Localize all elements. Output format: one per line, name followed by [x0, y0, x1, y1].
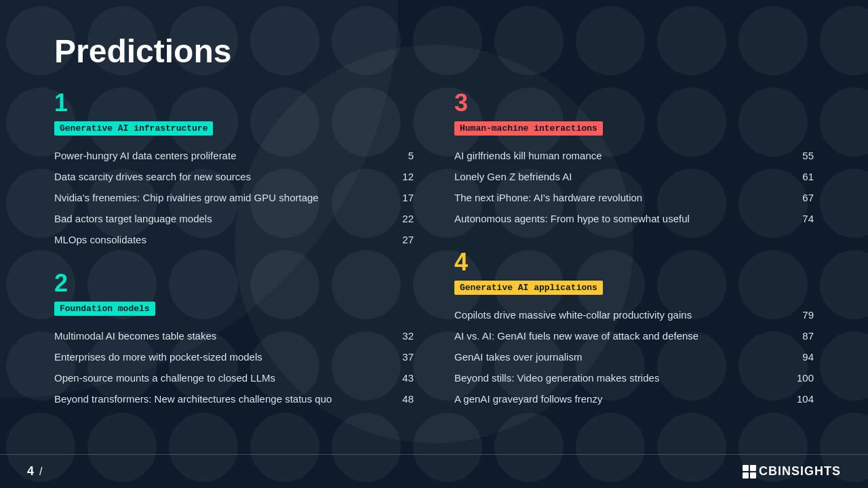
item-page: 104: [793, 392, 814, 406]
item-label: AI vs. AI: GenAI fuels new wave of attac…: [454, 329, 793, 343]
section-badge-4: Generative AI applications: [454, 281, 603, 295]
list-item: Nvidia's frenemies: Chip rivalries grow …: [54, 187, 414, 208]
section-number-2: 2: [54, 269, 414, 298]
list-item: Enterprises do more with pocket-sized mo…: [54, 346, 414, 367]
cbinsights-logo: CBINSIGHTS: [743, 464, 841, 479]
section-3: 3 Human-machine interactions AI girlfrie…: [454, 89, 814, 229]
page-number: 4: [27, 464, 34, 479]
logo-square-2: [750, 465, 756, 471]
item-label: Bad actors target language models: [54, 211, 393, 226]
list-item: MLOps consolidates 27: [54, 229, 414, 250]
logo-text: CBINSIGHTS: [759, 464, 841, 479]
section-2-items: Multimodal AI becomes table stakes 32 En…: [54, 325, 414, 409]
list-item: A genAI graveyard follows frenzy 104: [454, 388, 814, 409]
item-page: 27: [393, 232, 414, 247]
section-badge-1: Generative AI infrastructure: [54, 121, 213, 136]
list-item: The next iPhone: AI's hardware revolutio…: [454, 187, 814, 208]
list-item: Beyond stills: Video generation makes st…: [454, 367, 814, 388]
list-item: Open-source mounts a challenge to closed…: [54, 367, 414, 388]
item-label: Open-source mounts a challenge to closed…: [54, 371, 393, 385]
item-page: 12: [393, 169, 414, 184]
item-page: 17: [393, 190, 414, 205]
item-label: Copilots drive massive white-collar prod…: [454, 308, 793, 322]
section-number-4: 4: [454, 248, 814, 277]
item-label: Beyond stills: Video generation makes st…: [454, 371, 793, 385]
list-item: AI vs. AI: GenAI fuels new wave of attac…: [454, 325, 814, 346]
logo-square-3: [743, 472, 749, 479]
item-page: 87: [793, 329, 814, 343]
item-page: 79: [793, 308, 814, 322]
footer-page-info: 4 /: [27, 464, 42, 479]
section-badge-3: Human-machine interactions: [454, 121, 603, 136]
list-item: Beyond transformers: New architectures c…: [54, 388, 414, 409]
section-number-3: 3: [454, 89, 814, 117]
right-column: 3 Human-machine interactions AI girlfrie…: [454, 89, 814, 441]
item-label: Nvidia's frenemies: Chip rivalries grow …: [54, 190, 393, 205]
item-label: Beyond transformers: New architectures c…: [54, 392, 393, 406]
item-page: 61: [793, 169, 814, 184]
logo-box: CBINSIGHTS: [743, 464, 841, 479]
list-item: Copilots drive massive white-collar prod…: [454, 304, 814, 325]
section-2: 2 Foundation models Multimodal AI become…: [54, 269, 414, 409]
item-page: 5: [393, 148, 414, 163]
list-item: Data scarcity drives search for new sour…: [54, 166, 414, 187]
item-page: 48: [393, 392, 414, 406]
item-label: GenAI takes over journalism: [454, 350, 793, 364]
list-item: GenAI takes over journalism 94: [454, 346, 814, 367]
item-page: 37: [393, 350, 414, 364]
item-label: MLOps consolidates: [54, 232, 393, 247]
item-page: 100: [793, 371, 814, 385]
section-4-items: Copilots drive massive white-collar prod…: [454, 304, 814, 409]
list-item: Power-hungry AI data centers proliferate…: [54, 145, 414, 166]
item-label: AI girlfriends kill human romance: [454, 148, 793, 163]
item-page: 74: [793, 211, 814, 226]
section-badge-2: Foundation models: [54, 302, 155, 316]
left-column: 1 Generative AI infrastructure Power-hun…: [54, 89, 414, 441]
list-item: Lonely Gen Z befriends AI 61: [454, 166, 814, 187]
section-1-items: Power-hungry AI data centers proliferate…: [54, 145, 414, 250]
item-page: 94: [793, 350, 814, 364]
list-item: AI girlfriends kill human romance 55: [454, 145, 814, 166]
logo-cb: CB: [759, 464, 778, 478]
logo-square-1: [743, 465, 749, 471]
section-3-items: AI girlfriends kill human romance 55 Lon…: [454, 145, 814, 229]
logo-squares-icon: [743, 465, 756, 479]
item-page: 55: [793, 148, 814, 163]
section-1: 1 Generative AI infrastructure Power-hun…: [54, 89, 414, 250]
footer: 4 / CBINSIGHTS: [0, 454, 868, 488]
item-page: 67: [793, 190, 814, 205]
logo-square-4: [750, 472, 756, 479]
item-label: Autonomous agents: From hype to somewhat…: [454, 211, 793, 226]
item-label: Data scarcity drives search for new sour…: [54, 169, 393, 184]
section-number-1: 1: [54, 89, 414, 117]
page-title: Predictions: [54, 34, 814, 82]
item-label: Enterprises do more with pocket-sized mo…: [54, 350, 393, 364]
item-label: A genAI graveyard follows frenzy: [454, 392, 793, 406]
item-page: 32: [393, 329, 414, 343]
item-label: Lonely Gen Z befriends AI: [454, 169, 793, 184]
item-label: Power-hungry AI data centers proliferate: [54, 148, 393, 163]
item-page: 22: [393, 211, 414, 226]
item-label: The next iPhone: AI's hardware revolutio…: [454, 190, 793, 205]
item-label: Multimodal AI becomes table stakes: [54, 329, 393, 343]
logo-insights: INSIGHTS: [778, 464, 841, 478]
item-page: 43: [393, 371, 414, 385]
list-item: Multimodal AI becomes table stakes 32: [54, 325, 414, 346]
slash-separator: /: [39, 466, 42, 478]
section-4: 4 Generative AI applications Copilots dr…: [454, 248, 814, 409]
list-item: Bad actors target language models 22: [54, 208, 414, 229]
list-item: Autonomous agents: From hype to somewhat…: [454, 208, 814, 229]
